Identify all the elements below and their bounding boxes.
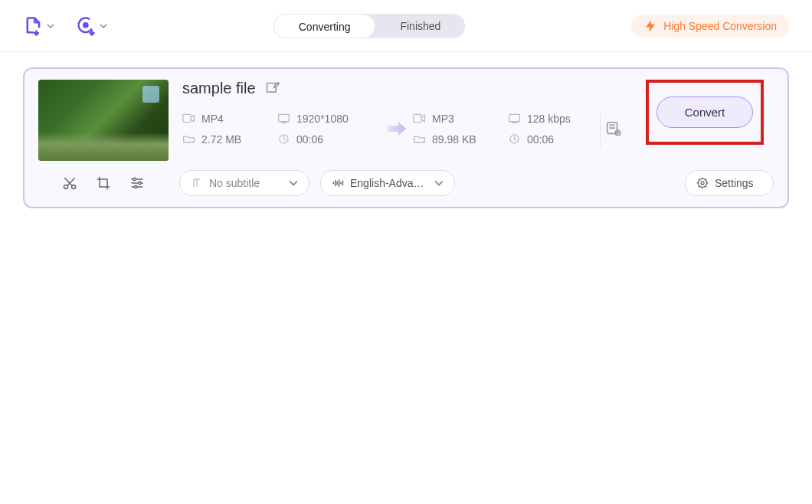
app-header: Converting Finished High Speed Conversio… [0, 0, 812, 52]
source-col-2: 1920*1080 00:06 [277, 113, 381, 146]
file-title: sample file [182, 80, 256, 97]
edit-icon[interactable] [265, 81, 280, 97]
target-bitrate: 128 kbps [508, 113, 600, 125]
tab-group: Converting Finished [273, 14, 466, 38]
svg-point-12 [72, 185, 76, 189]
svg-point-16 [698, 178, 706, 187]
chevron-down-icon [100, 22, 107, 30]
add-file-button[interactable] [23, 15, 54, 37]
source-format: MP4 [182, 113, 277, 125]
source-col-1: MP4 2.72 MB [182, 113, 277, 146]
file-thumbnail[interactable] [38, 80, 169, 161]
source-size: 2.72 MB [182, 133, 277, 146]
subtitle-dropdown[interactable]: No subtitle [179, 170, 309, 196]
svg-rect-4 [279, 114, 290, 121]
folder-icon [182, 133, 195, 145]
arrow-separator [381, 119, 413, 138]
sliders-icon[interactable] [129, 175, 145, 191]
meta-row: MP4 2.72 MB 1920*1080 [182, 110, 622, 148]
tab-converting[interactable]: Converting [273, 14, 376, 38]
video-icon [182, 113, 195, 124]
svg-point-15 [135, 185, 137, 188]
convert-area: Convert [636, 80, 774, 145]
edit-tools [38, 175, 169, 191]
svg-point-11 [64, 185, 68, 189]
speed-label: High Speed Conversion [663, 20, 777, 32]
folder-icon [413, 133, 426, 145]
file-card: sample file MP4 2 [23, 67, 789, 208]
tabs-container: Converting Finished [107, 14, 631, 38]
preset-settings-icon[interactable] [605, 120, 622, 137]
convert-highlight: Convert [646, 80, 765, 145]
add-disc-button[interactable] [76, 15, 107, 37]
chevron-down-icon [289, 178, 298, 188]
crop-icon[interactable] [96, 175, 111, 191]
screen-icon [508, 113, 521, 124]
target-format: MP3 [413, 113, 508, 125]
screen-icon [277, 113, 290, 124]
gear-icon [696, 177, 709, 189]
settings-label: Settings [715, 177, 762, 189]
video-icon [413, 113, 426, 124]
header-left-tools [23, 15, 107, 37]
target-col-2: 128 kbps 00:06 [508, 113, 600, 146]
disc-add-icon [76, 15, 97, 37]
audio-value: English-Advanc... [350, 177, 428, 189]
content-area: sample file MP4 2 [0, 52, 812, 224]
audio-track-dropdown[interactable]: English-Advanc... [320, 170, 455, 196]
cut-icon[interactable] [62, 175, 77, 191]
svg-rect-3 [183, 114, 191, 122]
clock-icon [277, 133, 290, 145]
source-resolution: 1920*1080 [277, 113, 381, 125]
tools-row: No subtitle English-Advanc... Settings [38, 170, 774, 196]
svg-point-13 [133, 178, 136, 180]
clock-icon [508, 133, 521, 145]
svg-point-17 [701, 182, 704, 185]
audio-waveform-icon [332, 177, 344, 189]
svg-point-1 [83, 23, 87, 27]
arrow-right-icon [386, 119, 408, 138]
high-speed-toggle[interactable]: High Speed Conversion [631, 15, 789, 38]
chevron-down-icon [434, 178, 444, 188]
convert-button[interactable]: Convert [656, 97, 754, 128]
source-duration: 00:06 [277, 133, 381, 146]
svg-rect-6 [414, 114, 421, 122]
target-col-1: MP3 89.98 KB [413, 113, 508, 146]
svg-point-14 [139, 182, 141, 184]
subtitle-icon [191, 177, 203, 189]
tab-finished[interactable]: Finished [375, 14, 465, 38]
chevron-down-icon [47, 22, 54, 30]
file-main-row: sample file MP4 2 [38, 80, 774, 161]
preset-settings-col [600, 110, 622, 148]
target-size: 89.98 KB [413, 133, 508, 146]
file-add-icon [23, 15, 44, 37]
svg-rect-7 [509, 114, 520, 121]
subtitle-value: No subtitle [209, 177, 283, 189]
lightning-icon [643, 19, 657, 33]
file-info: sample file MP4 2 [182, 80, 622, 148]
target-duration: 00:06 [508, 133, 600, 146]
settings-button[interactable]: Settings [685, 170, 774, 196]
file-title-row: sample file [182, 80, 622, 97]
